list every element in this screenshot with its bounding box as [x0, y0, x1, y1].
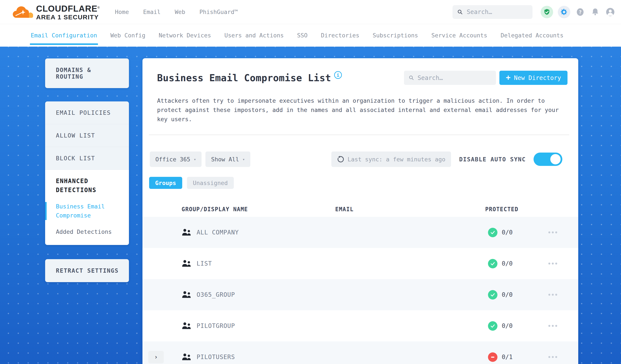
protected-status-icon [488, 228, 498, 237]
group-icon [182, 291, 191, 299]
tab-sso[interactable]: SSO [297, 24, 308, 47]
table-row[interactable]: PILOTGROUP 0/0 [142, 310, 578, 341]
expand-row-button[interactable]: › [148, 351, 164, 363]
sidebar-item-block-list[interactable]: BLOCK LIST [45, 147, 129, 170]
protected-count: 0/0 [502, 229, 513, 236]
search-icon [457, 9, 463, 15]
main-panel: Business Email Compromise List i + New D… [142, 58, 578, 364]
row-menu-button[interactable] [548, 325, 557, 327]
row-menu-button[interactable] [548, 294, 557, 296]
product-name: AREA 1 SECURITY [36, 13, 100, 21]
bell-icon [591, 8, 600, 17]
group-name: O365_GROUP [197, 291, 335, 298]
group-name: LIST [197, 260, 335, 267]
group-name: PILOTUSERS [197, 353, 335, 361]
group-icon [182, 228, 191, 237]
last-sync-button[interactable]: Last sync: a few minutes ago [331, 152, 451, 167]
sidebar: DOMAINS & ROUTING EMAIL POLICIES ALLOW L… [45, 58, 129, 282]
list-search-input[interactable] [417, 74, 491, 81]
protected-count: 0/0 [502, 291, 513, 298]
protected-status-icon [488, 290, 498, 299]
controls-row: Office 365 ▾ Show All ▾ Last sync: a few… [142, 152, 578, 167]
table-row[interactable]: › PILOTUSERS 0/1 [142, 341, 578, 364]
protected-count: 0/0 [502, 260, 513, 267]
group-name: ALL COMPANY [197, 229, 335, 236]
sidebar-item-added-detections[interactable]: Added Detections [45, 227, 120, 236]
top-nav: Home Email Web PhishGuard™ [115, 9, 238, 15]
notifications-button[interactable] [590, 7, 600, 17]
user-avatar-icon [605, 7, 615, 17]
tab-service-accounts[interactable]: Service Accounts [431, 24, 487, 47]
toggle-knob [550, 154, 561, 164]
registered-mark: ® [98, 6, 100, 9]
nav-home[interactable]: Home [115, 9, 129, 15]
tab-network-devices[interactable]: Network Devices [159, 24, 211, 47]
account-button[interactable] [605, 7, 615, 17]
view-tabs: Groups Unassigned [142, 177, 578, 189]
info-icon[interactable]: i [334, 71, 342, 79]
search-icon [409, 75, 414, 81]
brand-name: CLOUDFLARE® [36, 3, 100, 13]
sidebar-item-enhanced-detections[interactable]: ENHANCED DETECTIONS [45, 177, 120, 195]
auto-sync-toggle[interactable] [534, 153, 562, 166]
nav-web[interactable]: Web [175, 9, 185, 15]
sidebar-section-enhanced-detections: ENHANCED DETECTIONS Business Email Compr… [45, 170, 129, 245]
nav-email[interactable]: Email [143, 9, 160, 15]
table-row[interactable]: LIST 0/0 [142, 248, 578, 279]
tab-subscriptions[interactable]: Subscriptions [373, 24, 418, 47]
sidebar-item-allow-list[interactable]: ALLOW LIST [45, 124, 129, 147]
column-group-display-name: GROUP/DISPLAY NAME [182, 206, 335, 212]
sidebar-item-email-policies[interactable]: EMAIL POLICIES [45, 102, 129, 124]
page-title: Business Email Compromise List [157, 72, 331, 83]
sidebar-item-domains-routing[interactable]: DOMAINS & ROUTING [45, 58, 129, 88]
auto-sync-label: DISABLE AUTO SYNC [459, 156, 526, 163]
chevron-down-icon: ▾ [242, 157, 245, 162]
global-search[interactable] [452, 5, 533, 19]
settings-button[interactable] [558, 6, 570, 18]
sidebar-item-retract-settings[interactable]: RETRACT SETTINGS [45, 259, 129, 282]
tab-web-config[interactable]: Web Config [110, 24, 145, 47]
chevron-down-icon: ▾ [194, 157, 196, 162]
column-protected: PROTECTED [485, 206, 578, 212]
tab-email-configuration[interactable]: Email Configuration [31, 24, 97, 47]
global-search-input[interactable] [467, 8, 528, 16]
svg-text:?: ? [579, 9, 582, 15]
help-button[interactable]: ? [575, 7, 585, 17]
source-filter-dropdown[interactable]: Office 365 ▾ [150, 152, 202, 167]
group-name: PILOTGROUP [197, 322, 335, 329]
protected-count: 0/1 [502, 353, 513, 361]
show-filter-dropdown[interactable]: Show All ▾ [206, 152, 250, 167]
plus-icon: + [506, 73, 511, 82]
group-icon [182, 259, 191, 268]
tab-users-and-actions[interactable]: Users and Actions [224, 24, 284, 47]
tab-groups[interactable]: Groups [149, 177, 182, 189]
title-row: Business Email Compromise List i + New D… [142, 58, 578, 85]
section-tab-bar: Email Configuration Web Config Network D… [0, 24, 621, 47]
row-menu-button[interactable] [548, 356, 557, 358]
tab-directories[interactable]: Directories [321, 24, 359, 47]
tab-delegated-accounts[interactable]: Delegated Accounts [501, 24, 564, 47]
divider [149, 135, 569, 135]
protected-status-icon [488, 259, 498, 268]
nav-phishguard[interactable]: PhishGuard™ [199, 9, 238, 15]
row-menu-button[interactable] [548, 231, 557, 233]
table-header: GROUP/DISPLAY NAME EMAIL PROTECTED [142, 202, 578, 217]
table-row[interactable]: ALL COMPANY 0/0 [142, 217, 578, 248]
cloudflare-cloud-icon [13, 3, 33, 21]
cloudflare-logo: CLOUDFLARE® AREA 1 SECURITY [13, 3, 100, 21]
sidebar-item-business-email-compromise[interactable]: Business Email Compromise [45, 202, 120, 220]
protected-status-icon [488, 352, 498, 362]
gear-icon [560, 8, 568, 16]
sidebar-policies-card: EMAIL POLICIES ALLOW LIST BLOCK LIST ENH… [45, 102, 129, 245]
group-icon [182, 322, 191, 330]
top-header: CLOUDFLARE® AREA 1 SECURITY Home Email W… [0, 0, 621, 24]
protected-status-icon [488, 321, 498, 331]
security-status-icon[interactable] [541, 6, 553, 18]
table-row[interactable]: O365_GROUP 0/0 [142, 279, 578, 310]
tab-unassigned[interactable]: Unassigned [187, 177, 234, 189]
group-icon [182, 353, 191, 362]
new-directory-button[interactable]: + New Directory [499, 71, 568, 85]
list-search[interactable] [404, 71, 496, 85]
row-menu-button[interactable] [548, 262, 557, 264]
header-icons: ? [541, 6, 615, 18]
